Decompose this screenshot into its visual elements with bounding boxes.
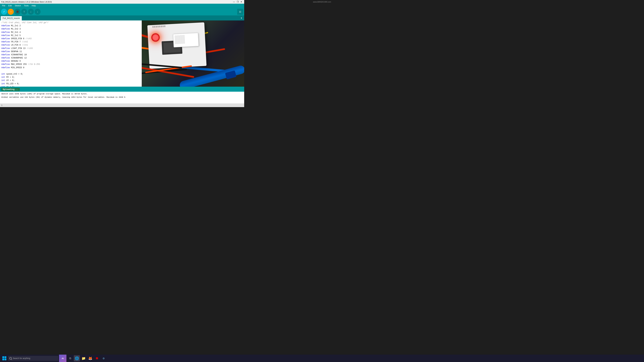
console-line-1: Sketch uses 3348 bytes (10%) of program … (1, 92, 243, 96)
code-line-5: #define M2_In2 5 (1, 34, 140, 37)
menu-tools[interactable]: Tools (23, 4, 30, 7)
arduino-photo-panel (142, 20, 244, 87)
app-title: Full_94123_rework | Arduino 1.8.12 (Wind… (1, 1, 52, 3)
console-header: Uploading... (0, 87, 244, 92)
editor-area: /*ch1 trat phai, ch2 tien lui, ch3 ga*/ … (0, 20, 244, 87)
code-line-1: /*ch1 trat phai, ch2 tien lui, ch3 ga*/ (1, 21, 140, 24)
menu-sketch[interactable]: Sketch (14, 4, 22, 7)
code-editor[interactable]: /*ch1 trat phai, ch2 tien lui, ch3 ga*/ … (0, 20, 142, 87)
save-button[interactable]: ↓ (34, 9, 40, 15)
code-line-21: int ch = 0; (1, 85, 140, 87)
toolbar: ✓ → ⬛ ↑ ↓ ↓ ⊡ (0, 8, 244, 15)
statusbar: 1 (0, 103, 244, 107)
upload-button[interactable]: → (8, 9, 14, 15)
menu-help[interactable]: Help (30, 4, 37, 7)
photo-bg (142, 20, 244, 87)
menu-file[interactable]: File (1, 4, 6, 7)
minimize-button[interactable]: — (232, 0, 236, 3)
new-button[interactable]: ↑ (21, 9, 27, 15)
code-line-3: #define M1_In2 3 (1, 27, 140, 31)
code-line-blank (1, 69, 140, 72)
titlebar-left: Full_94123_rework | Arduino 1.8.12 (Wind… (1, 1, 52, 3)
console-area: Uploading... Sketch uses 3348 bytes (10%… (0, 87, 244, 103)
code-line-10: #define DENPHA 11 (1, 50, 140, 53)
tab-label: Full_94123_rework (3, 17, 20, 19)
code-line-13: #define DENSAU 9 (1, 60, 140, 63)
code-line-14: #define MAX_SPEED 255 //từ 0-255 (1, 63, 140, 66)
open-button[interactable]: ↓ (28, 9, 34, 15)
console-output: Sketch uses 3348 bytes (10%) of program … (0, 92, 244, 104)
arduino-board (147, 22, 206, 69)
code-line-17: int speed_ch3 = 0; (1, 72, 140, 76)
code-line-8: #define LR_PIN 8 //ch1 (1, 43, 140, 47)
tab-dropdown-button[interactable]: ▾ (239, 16, 244, 20)
serial-monitor-button[interactable]: ⊡ (237, 9, 243, 15)
code-line-6: #define SPEED_PIN 6 //ch3 (1, 37, 140, 40)
code-line-20: int FB_LED = 0; (1, 82, 140, 85)
tab-main[interactable]: Full_94123_rework (1, 16, 22, 20)
console-line-2: Global variables use 194 bytes (9%) of d… (1, 96, 243, 99)
window-controls: — ❐ ✕ (232, 0, 243, 3)
code-line-9: #define LIGHT_PIN 13 //ch5 (1, 47, 140, 50)
restore-button[interactable]: ❐ (236, 0, 239, 3)
line-number: 1 (1, 104, 2, 106)
menu-edit[interactable]: Edit (7, 4, 13, 7)
close-button[interactable]: ✕ (240, 0, 243, 3)
debug-button[interactable]: ⬛ (14, 9, 20, 15)
code-line-11: #define XINHANTRAI 10 (1, 53, 140, 56)
tabbar: Full_94123_rework ▾ (0, 15, 244, 20)
code-line-2: #define M1_In1 2 (1, 24, 140, 27)
uploading-status: Uploading... (1, 88, 20, 91)
code-line-4: #define M2_In1 4 (1, 31, 140, 34)
code-line-19: int LR = 0; (1, 79, 140, 82)
menubar: File Edit Sketch Tools Help (0, 4, 244, 8)
code-line-15: #define MIN_SPEED 0 (1, 66, 140, 69)
code-line-7: #define FR_PIN 7 //ch2 (1, 40, 140, 43)
titlebar: Full_94123_rework | Arduino 1.8.12 (Wind… (0, 0, 244, 4)
code-line-12: #define XINHANPHAI 12 (1, 56, 140, 60)
verify-button[interactable]: ✓ (1, 9, 7, 15)
code-line-18: int FR = 0; (1, 76, 140, 79)
